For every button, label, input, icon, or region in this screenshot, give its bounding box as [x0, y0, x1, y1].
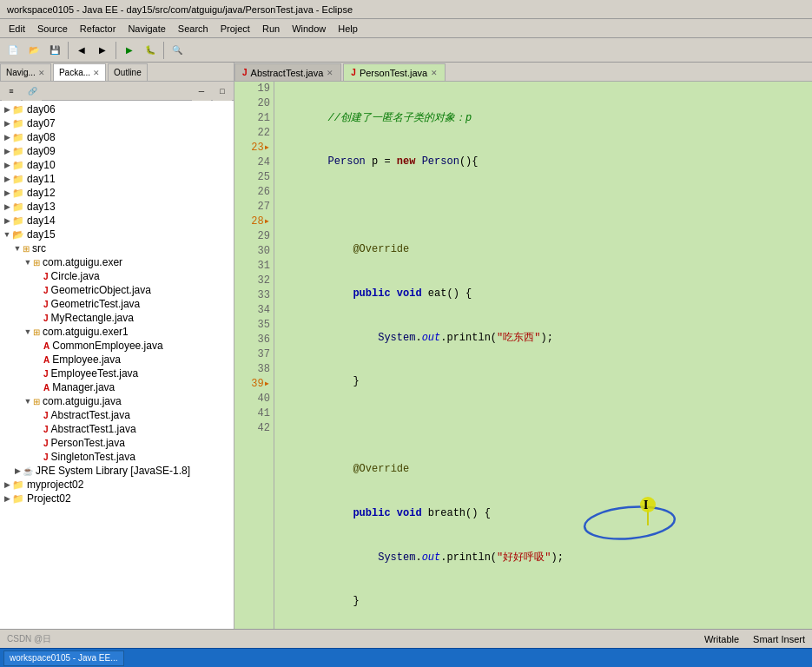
expand-pkg-exer[interactable]: ▼ — [23, 258, 33, 267]
tree-item-day11[interactable]: ▶ 📁 day11 — [0, 172, 234, 186]
code-content[interactable]: //创建了一匿名子类的对象：p Person p = new Person(){… — [274, 82, 812, 629]
expand-src[interactable]: ▼ — [12, 244, 23, 253]
toolbar-save[interactable]: 💾 — [45, 41, 64, 60]
tab-persontest-close[interactable]: ✕ — [431, 69, 438, 77]
toolbar-back[interactable]: ◀ — [72, 41, 91, 60]
left-toolbar: ≡ 🔗 ─ □ — [0, 82, 234, 101]
tree-item-pkg-java[interactable]: ▼ ⊞ com.atguigu.java — [0, 394, 234, 408]
expand-day13[interactable]: ▶ — [2, 202, 12, 211]
tree-item-jre[interactable]: ▶ ☕ JRE System Library [JavaSE-1.8] — [0, 464, 234, 478]
tree-item-project02[interactable]: ▶ 📁 Project02 — [0, 492, 234, 505]
menu-source[interactable]: Source — [32, 22, 73, 36]
menu-navigate[interactable]: Navigate — [122, 22, 170, 36]
toolbar-run[interactable]: ▶ — [120, 41, 139, 60]
tree-item-pkg-exer1[interactable]: ▼ ⊞ com.atguigu.exer1 — [0, 325, 234, 339]
maximize-btn[interactable]: □ — [213, 82, 232, 101]
tab-navigator-close[interactable]: ✕ — [38, 69, 45, 77]
tree-item-day07[interactable]: ▶ 📁 day07 — [0, 116, 234, 130]
code-editor[interactable]: I 19 20 21 22 23▸ 24 25 26 27 28▸ 29 30 … — [234, 82, 812, 629]
label-src: src — [32, 242, 46, 254]
expand-myproject02[interactable]: ▶ — [2, 480, 12, 489]
ln-25: 25 — [234, 170, 270, 185]
expand-day08[interactable]: ▶ — [2, 133, 12, 142]
code-line-23: public void eat() { — [278, 287, 809, 301]
tab-navigator[interactable]: Navig... ✕ — [0, 63, 51, 81]
tree-item-day06[interactable]: ▶ 📁 day06 — [0, 102, 234, 116]
toolbar-new[interactable]: 📄 — [3, 41, 23, 60]
tree-item-day13[interactable]: ▶ 📁 day13 — [0, 200, 234, 214]
tree-item-circle[interactable]: J Circle.java — [0, 269, 234, 283]
minimize-btn[interactable]: ─ — [192, 82, 211, 101]
toolbar-search[interactable]: 🔍 — [168, 41, 187, 60]
tree-item-day08[interactable]: ▶ 📁 day08 — [0, 130, 234, 144]
ln-24: 24 — [234, 155, 270, 170]
expand-day10[interactable]: ▶ — [2, 161, 12, 169]
expand-day07[interactable]: ▶ — [2, 119, 12, 128]
title-bar: workspace0105 - Java EE - day15/src/com/… — [0, 0, 812, 19]
expand-day09[interactable]: ▶ — [2, 147, 12, 155]
tree-item-myrect[interactable]: J MyRectangle.java — [0, 311, 234, 325]
package-explorer-tree[interactable]: ▶ 📁 day06 ▶ 📁 day07 ▶ 📁 day08 ▶ 📁 day09 … — [0, 101, 234, 629]
tree-item-abstracttest[interactable]: J AbstractTest.java — [0, 408, 234, 422]
label-project02: Project02 — [27, 492, 71, 505]
expand-day11[interactable]: ▶ — [2, 175, 12, 183]
ln-35: 35 — [234, 318, 270, 333]
folder-icon-day15: 📂 — [12, 229, 24, 241]
java-icon-singleton: J — [43, 452, 49, 462]
tree-item-singleton[interactable]: J SingletonTest.java — [0, 450, 234, 464]
toolbar-debug[interactable]: 🐛 — [141, 41, 160, 60]
tree-item-geomtest[interactable]: J GeometricTest.java — [0, 297, 234, 311]
tree-item-myproject02[interactable]: ▶ 📁 myproject02 — [0, 478, 234, 492]
java-icon-emptest: J — [43, 369, 49, 379]
expand-day12[interactable]: ▶ — [2, 188, 12, 197]
menu-search[interactable]: Search — [173, 22, 214, 36]
tree-item-employee[interactable]: A Employee.java — [0, 353, 234, 367]
expand-jre[interactable]: ▶ — [12, 466, 23, 475]
menu-help[interactable]: Help — [333, 22, 363, 36]
code-line-27: @Override — [278, 462, 809, 477]
code-line-30: } — [278, 594, 809, 609]
tab-package-close[interactable]: ✕ — [93, 69, 100, 77]
tree-item-day12[interactable]: ▶ 📁 day12 — [0, 186, 234, 200]
java-icon-abstracttest: J — [43, 411, 49, 420]
tree-item-day09[interactable]: ▶ 📁 day09 — [0, 144, 234, 158]
tree-item-src[interactable]: ▼ ⊞ src — [0, 241, 234, 255]
collapse-all-btn[interactable]: ≡ — [2, 82, 21, 101]
expand-pkg-java[interactable]: ▼ — [23, 397, 33, 406]
ln-32: 32 — [234, 274, 270, 288]
label-abstracttest1: AbstractTest1.java — [51, 423, 136, 435]
folder-icon-day09: 📁 — [12, 146, 24, 157]
menu-run[interactable]: Run — [257, 22, 285, 36]
expand-project02[interactable]: ▶ — [2, 494, 12, 503]
tree-item-day10[interactable]: ▶ 📁 day10 — [0, 158, 234, 172]
expand-day15[interactable]: ▼ — [2, 230, 12, 239]
tab-abstracttest[interactable]: J AbstractTest.java ✕ — [234, 63, 341, 81]
title-text: workspace0105 - Java EE - day15/src/com/… — [7, 4, 353, 15]
tab-outline[interactable]: Outline — [108, 63, 148, 81]
tree-item-persontest-tree[interactable]: J PersonTest.java — [0, 436, 234, 450]
toolbar-open[interactable]: 📂 — [24, 41, 43, 60]
ln-41: 41 — [234, 406, 270, 421]
tree-item-geomobj[interactable]: J GeometricObject.java — [0, 283, 234, 297]
tree-item-emptest[interactable]: J EmployeeTest.java — [0, 367, 234, 380]
ln-29: 29 — [234, 229, 270, 244]
menu-refactor[interactable]: Refactor — [75, 22, 122, 36]
expand-pkg-exer1[interactable]: ▼ — [23, 327, 33, 336]
tree-item-day14[interactable]: ▶ 📁 day14 — [0, 214, 234, 228]
expand-day14[interactable]: ▶ — [2, 216, 12, 225]
link-editor-btn[interactable]: 🔗 — [23, 82, 42, 101]
tree-item-manager[interactable]: A Manager.java — [0, 380, 234, 394]
tree-item-day15[interactable]: ▼ 📂 day15 — [0, 228, 234, 241]
menu-edit[interactable]: Edit — [3, 22, 30, 36]
taskbar-eclipse-btn[interactable]: workspace0105 - Java EE... — [3, 650, 124, 666]
menu-project[interactable]: Project — [215, 22, 255, 36]
tab-abstracttest-close[interactable]: ✕ — [327, 69, 333, 77]
expand-day06[interactable]: ▶ — [2, 105, 12, 114]
tree-item-abstracttest1[interactable]: J AbstractTest1.java — [0, 422, 234, 436]
menu-window[interactable]: Window — [287, 22, 331, 36]
tab-package-explorer[interactable]: Packa... ✕ — [53, 63, 106, 81]
tab-persontest[interactable]: J PersonTest.java ✕ — [343, 63, 446, 81]
tree-item-pkg-exer[interactable]: ▼ ⊞ com.atguigu.exer — [0, 255, 234, 269]
tree-item-common[interactable]: A CommonEmployee.java — [0, 339, 234, 353]
toolbar-forward[interactable]: ▶ — [93, 41, 112, 60]
